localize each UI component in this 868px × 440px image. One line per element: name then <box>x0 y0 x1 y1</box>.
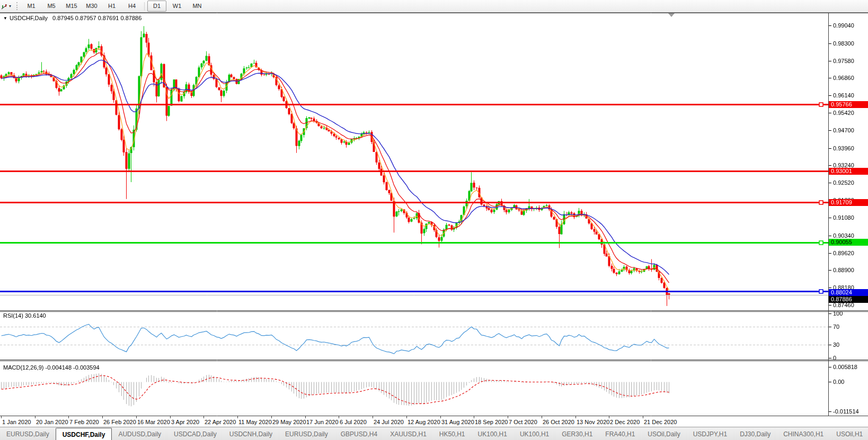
date-axis-label: 22 Apr 2020 <box>205 419 236 425</box>
timeframe-button-m5[interactable]: M5 <box>42 1 61 12</box>
timeframe-group-separator <box>144 2 145 11</box>
date-axis-tick <box>474 416 474 418</box>
date-axis-tick <box>136 416 137 418</box>
timeframe-toolbar: ▾ M1M5M15M30H1H4D1W1MN <box>0 0 868 13</box>
tab-xauusd-h1[interactable]: XAUUSD,H1 <box>384 427 433 440</box>
date-axis-tick <box>102 416 103 418</box>
timeframe-button-h1[interactable]: H1 <box>102 1 121 12</box>
date-axis[interactable]: 1 Jan 202020 Jan 20207 Feb 202026 Feb 20… <box>0 416 868 427</box>
date-axis-tick <box>575 416 576 418</box>
timeframe-button-w1[interactable]: W1 <box>167 1 187 12</box>
tab-fra40-h1[interactable]: FRA40,H1 <box>599 427 641 440</box>
date-axis-label: 13 Nov 2020 <box>577 419 609 425</box>
date-axis-label: 24 Jul 2020 <box>374 419 404 425</box>
tab-usoil-daily[interactable]: USOil,Daily <box>641 427 686 440</box>
date-axis-tick <box>440 416 441 418</box>
date-axis-tick <box>508 416 508 418</box>
date-axis-label: 29 May 2020 <box>272 419 306 425</box>
date-axis-label: 7 Feb 2020 <box>69 419 99 425</box>
date-axis-tick <box>305 416 306 418</box>
date-axis-label: 3 Apr 2020 <box>171 419 199 425</box>
date-axis-label: 20 Jan 2020 <box>36 419 68 425</box>
tab-hk50-h1[interactable]: HK50,H1 <box>433 427 472 440</box>
chart-cursor-icon <box>0 2 8 11</box>
chart-tab-bar: EURUSD,DailyUSDCHF,DailyAUDUSD,DailyUSDC… <box>0 427 868 440</box>
tab-dj30-daily[interactable]: DJ30,Daily <box>733 427 777 440</box>
timeframe-button-h4[interactable]: H4 <box>122 1 141 12</box>
chart-panels <box>0 13 868 416</box>
tab-usoil-h1[interactable]: USOil,H1 <box>830 427 868 440</box>
timeframe-button-mn[interactable]: MN <box>188 1 207 12</box>
date-axis-label: 18 Sep 2020 <box>475 419 508 425</box>
date-axis-tick <box>203 416 204 418</box>
timeframe-button-m15[interactable]: M15 <box>62 1 81 12</box>
date-axis-tick <box>609 416 609 418</box>
date-axis-tick <box>643 416 643 418</box>
date-axis-label: 7 Oct 2020 <box>509 419 537 425</box>
date-axis-label: 12 Aug 2020 <box>408 419 440 425</box>
date-axis-label: 6 Jul 2020 <box>340 419 367 425</box>
date-axis-label: 11 May 2020 <box>238 419 272 425</box>
tab-usdjpy-h1[interactable]: USDJPY,H1 <box>687 427 733 440</box>
mt4-window: ▾ M1M5M15M30H1H4D1W1MN ▼USDCHF,Daily0.87… <box>0 0 868 440</box>
timeframe-button-m30[interactable]: M30 <box>82 1 101 12</box>
date-axis-label: 2 Dec 2020 <box>610 419 640 425</box>
date-axis-tick <box>373 416 373 418</box>
tab-usdcnh-daily[interactable]: USDCNH,Daily <box>223 427 279 440</box>
chart-tool-button[interactable]: ▾ <box>0 0 14 12</box>
tab-usdcad-daily[interactable]: USDCAD,Daily <box>167 427 223 440</box>
date-axis-label: 31 Aug 2020 <box>441 419 474 425</box>
timeframe-button-m1[interactable]: M1 <box>22 1 41 12</box>
tab-uk100-h1[interactable]: UK100,H1 <box>472 427 513 440</box>
date-axis-label: 26 Feb 2020 <box>103 419 136 425</box>
timeframe-button-d1[interactable]: D1 <box>147 1 166 12</box>
date-axis-label: 26 Oct 2020 <box>543 419 574 425</box>
price-chart-canvas[interactable] <box>0 13 868 416</box>
tab-gbpusd-h4[interactable]: GBPUSD,H4 <box>334 427 384 440</box>
date-axis-tick <box>406 416 407 418</box>
date-axis-tick <box>271 416 272 418</box>
date-axis-label: 17 Jun 2020 <box>306 419 339 425</box>
tab-usdchf-daily[interactable]: USDCHF,Daily <box>56 428 112 440</box>
tab-audusd-daily[interactable]: AUDUSD,Daily <box>112 427 167 440</box>
toolbar-grip <box>16 2 18 10</box>
date-axis-label: 21 Dec 2020 <box>644 419 677 425</box>
date-axis-label: 16 Mar 2020 <box>137 419 170 425</box>
tab-china300-h1[interactable]: CHINA300,H1 <box>777 427 830 440</box>
chevron-down-icon[interactable]: ▾ <box>8 4 13 8</box>
date-axis-tick <box>237 416 238 418</box>
date-axis-tick <box>339 416 339 418</box>
tab-eurusd-daily[interactable]: EURUSD,Daily <box>279 427 334 440</box>
date-axis-tick <box>68 416 69 418</box>
date-axis-tick <box>170 416 171 418</box>
date-axis-tick <box>542 416 542 418</box>
tab-eurusd-daily[interactable]: EURUSD,Daily <box>0 427 56 440</box>
date-axis-label: 1 Jan 2020 <box>2 419 31 425</box>
date-axis-tick <box>1 416 2 418</box>
tab-ger30-h1[interactable]: GER30,H1 <box>555 427 599 440</box>
timeframe-buttons: M1M5M15M30H1H4D1W1MN <box>21 1 207 12</box>
date-axis-tick <box>35 416 36 418</box>
tab-uk100-h1[interactable]: UK100,H1 <box>513 427 555 440</box>
